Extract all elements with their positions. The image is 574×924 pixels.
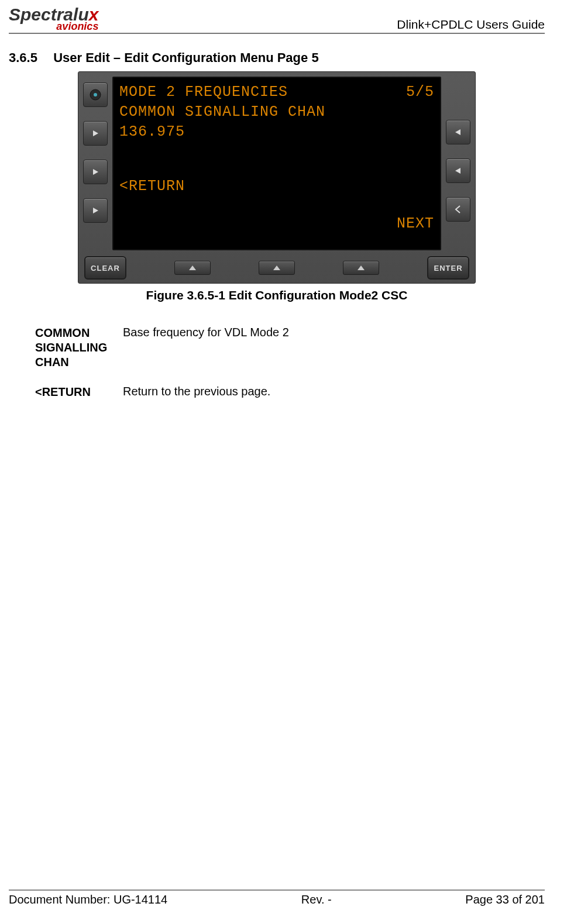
- rocker-1[interactable]: [174, 261, 211, 275]
- screen-line-3: 136.975: [119, 122, 434, 142]
- screen-line-2: COMMON SIGNALLING CHAN: [119, 102, 434, 122]
- triangle-up-icon: [188, 265, 197, 271]
- footer-page-number: Page 33 of 201: [465, 893, 545, 906]
- footer-doc-number: Document Number: UG-14114: [9, 893, 167, 906]
- brightness-knob[interactable]: [83, 82, 108, 107]
- section-heading: 3.6.5 User Edit – Edit Configuration Men…: [9, 50, 545, 65]
- enter-button[interactable]: ENTER: [427, 256, 469, 280]
- definition-desc: Return to the previous page.: [123, 385, 270, 399]
- svg-marker-8: [273, 266, 280, 270]
- page-header: Spectralux avionics Dlink+CPDLC Users Gu…: [9, 6, 545, 34]
- definition-row: COMMON SIGNALLING CHAN Base frequency fo…: [35, 326, 545, 370]
- svg-marker-4: [93, 208, 98, 213]
- definition-term: COMMON SIGNALLING CHAN: [35, 326, 123, 370]
- play-left-icon: [454, 167, 462, 175]
- lsk-l2[interactable]: [83, 160, 108, 184]
- screen-title: MODE 2 FREQUENCIES: [119, 82, 288, 102]
- mcdu-device: MODE 2 FREQUENCIES 5/5 COMMON SIGNALLING…: [78, 71, 476, 284]
- definition-row: <RETURN Return to the previous page.: [35, 385, 545, 399]
- svg-marker-3: [93, 169, 98, 175]
- lsk-l3[interactable]: [83, 198, 108, 223]
- definition-list: COMMON SIGNALLING CHAN Base frequency fo…: [35, 326, 545, 415]
- footer-revision: Rev. -: [301, 893, 332, 906]
- definition-term: <RETURN: [35, 385, 123, 399]
- lsk-l1[interactable]: [83, 121, 108, 146]
- svg-marker-5: [455, 129, 460, 135]
- svg-marker-6: [455, 168, 460, 174]
- section-title: User Edit – Edit Configuration Menu Page…: [53, 50, 319, 65]
- right-key-column: [445, 77, 472, 250]
- svg-marker-7: [189, 266, 196, 270]
- svg-marker-9: [358, 266, 365, 270]
- play-right-icon: [91, 168, 99, 176]
- play-left-icon: [454, 128, 462, 136]
- logo: Spectralux avionics: [9, 6, 98, 32]
- definition-desc: Base frequency for VDL Mode 2: [123, 326, 289, 370]
- lsk-r3[interactable]: [446, 197, 470, 222]
- guide-title: Dlink+CPDLC Users Guide: [397, 18, 545, 32]
- svg-point-1: [94, 93, 97, 96]
- rocker-2[interactable]: [259, 261, 295, 275]
- clear-button[interactable]: CLEAR: [84, 256, 126, 280]
- mcdu-screen: MODE 2 FREQUENCIES 5/5 COMMON SIGNALLING…: [112, 77, 441, 250]
- svg-marker-2: [93, 130, 98, 136]
- logo-x: x: [89, 5, 99, 24]
- lsk-r1[interactable]: [446, 120, 470, 144]
- lsk-r2[interactable]: [446, 158, 470, 183]
- play-right-icon: [91, 206, 99, 215]
- rocker-3[interactable]: [343, 261, 379, 275]
- triangle-up-icon: [273, 265, 281, 271]
- screen-return: <RETURN: [119, 177, 434, 196]
- angle-left-icon: [453, 205, 463, 214]
- figure-caption: Figure 3.6.5-1 Edit Configuration Mode2 …: [146, 288, 408, 302]
- triangle-up-icon: [357, 265, 365, 271]
- page-footer: Document Number: UG-14114 Rev. - Page 33…: [9, 889, 545, 924]
- screen-next: NEXT: [119, 214, 434, 234]
- play-right-icon: [91, 129, 99, 137]
- logo-main: Spectralu: [9, 5, 89, 24]
- left-key-column: [82, 77, 109, 250]
- screen-page-indicator: 5/5: [406, 82, 434, 102]
- section-number: 3.6.5: [9, 50, 50, 65]
